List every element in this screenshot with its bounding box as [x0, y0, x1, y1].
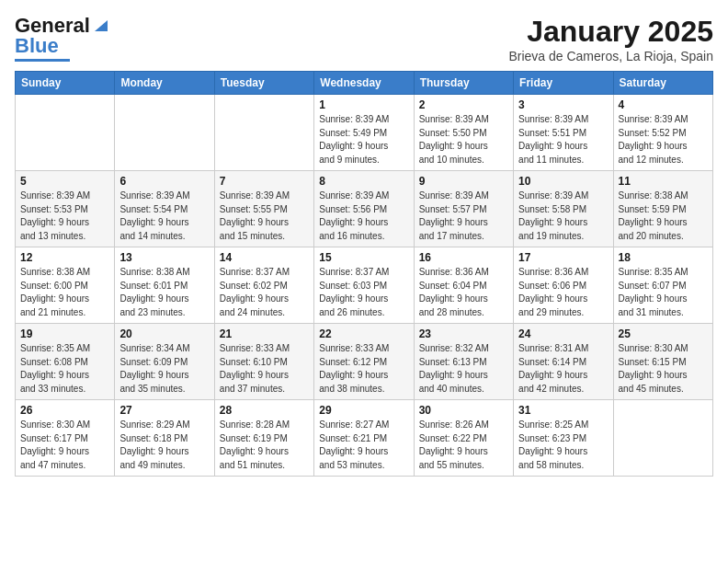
day-content: Sunrise: 8:28 AMSunset: 6:19 PMDaylight:… — [220, 419, 309, 472]
calendar-cell: 29Sunrise: 8:27 AMSunset: 6:21 PMDayligh… — [314, 400, 414, 477]
day-number: 22 — [319, 327, 408, 340]
calendar-header: SundayMondayTuesdayWednesdayThursdayFrid… — [16, 72, 713, 95]
day-number: 11 — [619, 175, 708, 188]
weekday-header-row: SundayMondayTuesdayWednesdayThursdayFrid… — [16, 72, 713, 95]
day-content: Sunrise: 8:38 AMSunset: 6:00 PMDaylight:… — [20, 266, 109, 319]
day-number: 31 — [518, 404, 608, 417]
day-number: 20 — [119, 327, 209, 340]
day-content: Sunrise: 8:39 AMSunset: 5:54 PMDaylight:… — [119, 190, 209, 243]
day-number: 7 — [220, 175, 309, 188]
calendar-cell: 31Sunrise: 8:25 AMSunset: 6:23 PMDayligh… — [514, 400, 613, 477]
weekday-header-friday: Friday — [514, 72, 613, 95]
day-content: Sunrise: 8:39 AMSunset: 5:52 PMDaylight:… — [619, 113, 708, 167]
day-number: 5 — [20, 175, 109, 188]
day-number: 12 — [20, 251, 109, 264]
day-number: 28 — [220, 404, 309, 417]
weekday-header-sunday: Sunday — [16, 72, 115, 95]
calendar-cell: 11Sunrise: 8:38 AMSunset: 5:59 PMDayligh… — [613, 171, 712, 247]
weekday-header-saturday: Saturday — [613, 72, 712, 95]
weekday-header-wednesday: Wednesday — [314, 72, 414, 95]
day-content: Sunrise: 8:27 AMSunset: 6:21 PMDaylight:… — [319, 419, 408, 472]
day-content: Sunrise: 8:38 AMSunset: 5:59 PMDaylight:… — [619, 190, 708, 243]
calendar-cell — [214, 95, 313, 171]
day-number: 1 — [319, 98, 408, 111]
day-content: Sunrise: 8:30 AMSunset: 6:17 PMDaylight:… — [20, 419, 109, 472]
day-number: 18 — [619, 251, 708, 264]
weekday-header-tuesday: Tuesday — [214, 72, 313, 95]
weekday-header-thursday: Thursday — [414, 72, 513, 95]
day-content: Sunrise: 8:39 AMSunset: 5:57 PMDaylight:… — [419, 190, 508, 243]
day-number: 27 — [119, 404, 209, 417]
calendar-cell: 10Sunrise: 8:39 AMSunset: 5:58 PMDayligh… — [514, 171, 613, 247]
calendar-cell: 28Sunrise: 8:28 AMSunset: 6:19 PMDayligh… — [214, 400, 313, 477]
calendar-week-2: 5Sunrise: 8:39 AMSunset: 5:53 PMDaylight… — [16, 171, 713, 247]
calendar-cell: 8Sunrise: 8:39 AMSunset: 5:56 PMDaylight… — [314, 171, 414, 247]
calendar-cell: 23Sunrise: 8:32 AMSunset: 6:13 PMDayligh… — [414, 324, 513, 400]
day-number: 4 — [619, 98, 708, 111]
calendar-cell: 9Sunrise: 8:39 AMSunset: 5:57 PMDaylight… — [414, 171, 513, 247]
calendar-week-5: 26Sunrise: 8:30 AMSunset: 6:17 PMDayligh… — [16, 400, 713, 477]
calendar-cell: 17Sunrise: 8:36 AMSunset: 6:06 PMDayligh… — [514, 247, 613, 324]
day-number: 17 — [518, 251, 608, 264]
day-content: Sunrise: 8:38 AMSunset: 6:01 PMDaylight:… — [119, 266, 209, 319]
day-number: 3 — [518, 98, 608, 111]
calendar-cell: 3Sunrise: 8:39 AMSunset: 5:51 PMDaylight… — [514, 95, 613, 171]
calendar-cell: 26Sunrise: 8:30 AMSunset: 6:17 PMDayligh… — [16, 400, 115, 477]
calendar-cell: 30Sunrise: 8:26 AMSunset: 6:22 PMDayligh… — [414, 400, 513, 477]
calendar-cell: 24Sunrise: 8:31 AMSunset: 6:14 PMDayligh… — [514, 324, 613, 400]
calendar-cell: 22Sunrise: 8:33 AMSunset: 6:12 PMDayligh… — [314, 324, 414, 400]
calendar-table: SundayMondayTuesdayWednesdayThursdayFrid… — [15, 71, 713, 477]
day-content: Sunrise: 8:39 AMSunset: 5:55 PMDaylight:… — [220, 190, 309, 243]
calendar-week-1: 1Sunrise: 8:39 AMSunset: 5:49 PMDaylight… — [16, 95, 713, 171]
weekday-header-monday: Monday — [115, 72, 214, 95]
day-number: 24 — [518, 327, 608, 340]
day-content: Sunrise: 8:26 AMSunset: 6:22 PMDaylight:… — [419, 419, 508, 472]
day-number: 10 — [518, 175, 608, 188]
day-number: 23 — [419, 327, 508, 340]
month-title: January 2025 — [508, 15, 713, 49]
day-content: Sunrise: 8:33 AMSunset: 6:12 PMDaylight:… — [319, 342, 408, 396]
calendar-cell: 7Sunrise: 8:39 AMSunset: 5:55 PMDaylight… — [214, 171, 313, 247]
day-content: Sunrise: 8:25 AMSunset: 6:23 PMDaylight:… — [518, 419, 608, 472]
calendar-cell: 16Sunrise: 8:36 AMSunset: 6:04 PMDayligh… — [414, 247, 513, 324]
day-number: 15 — [319, 251, 408, 264]
calendar-cell: 20Sunrise: 8:34 AMSunset: 6:09 PMDayligh… — [115, 324, 214, 400]
day-content: Sunrise: 8:39 AMSunset: 5:56 PMDaylight:… — [319, 190, 408, 243]
day-number: 8 — [319, 175, 408, 188]
calendar-cell: 19Sunrise: 8:35 AMSunset: 6:08 PMDayligh… — [16, 324, 115, 400]
day-content: Sunrise: 8:37 AMSunset: 6:03 PMDaylight:… — [319, 266, 408, 319]
calendar-cell: 12Sunrise: 8:38 AMSunset: 6:00 PMDayligh… — [16, 247, 115, 324]
day-content: Sunrise: 8:32 AMSunset: 6:13 PMDaylight:… — [419, 342, 508, 396]
calendar-cell: 13Sunrise: 8:38 AMSunset: 6:01 PMDayligh… — [115, 247, 214, 324]
calendar-week-4: 19Sunrise: 8:35 AMSunset: 6:08 PMDayligh… — [16, 324, 713, 400]
day-number: 6 — [119, 175, 209, 188]
day-number: 14 — [220, 251, 309, 264]
day-content: Sunrise: 8:39 AMSunset: 5:53 PMDaylight:… — [20, 190, 109, 243]
day-content: Sunrise: 8:39 AMSunset: 5:49 PMDaylight:… — [319, 113, 408, 167]
day-number: 25 — [619, 327, 708, 340]
day-content: Sunrise: 8:36 AMSunset: 6:04 PMDaylight:… — [419, 266, 508, 319]
calendar-cell: 4Sunrise: 8:39 AMSunset: 5:52 PMDaylight… — [613, 95, 712, 171]
title-area: January 2025 Brieva de Cameros, La Rioja… — [508, 15, 713, 63]
logo-text-blue: Blue — [15, 35, 59, 57]
day-content: Sunrise: 8:34 AMSunset: 6:09 PMDaylight:… — [119, 342, 209, 396]
svg-marker-0 — [95, 20, 108, 31]
day-number: 29 — [319, 404, 408, 417]
day-number: 13 — [119, 251, 209, 264]
day-content: Sunrise: 8:39 AMSunset: 5:51 PMDaylight:… — [518, 113, 608, 167]
day-content: Sunrise: 8:35 AMSunset: 6:07 PMDaylight:… — [619, 266, 708, 319]
day-content: Sunrise: 8:36 AMSunset: 6:06 PMDaylight:… — [518, 266, 608, 319]
calendar-week-3: 12Sunrise: 8:38 AMSunset: 6:00 PMDayligh… — [16, 247, 713, 324]
calendar-cell: 1Sunrise: 8:39 AMSunset: 5:49 PMDaylight… — [314, 95, 414, 171]
calendar-cell: 25Sunrise: 8:30 AMSunset: 6:15 PMDayligh… — [613, 324, 712, 400]
day-content: Sunrise: 8:39 AMSunset: 5:50 PMDaylight:… — [419, 113, 508, 167]
calendar-cell: 5Sunrise: 8:39 AMSunset: 5:53 PMDaylight… — [16, 171, 115, 247]
calendar-cell: 27Sunrise: 8:29 AMSunset: 6:18 PMDayligh… — [115, 400, 214, 477]
day-content: Sunrise: 8:30 AMSunset: 6:15 PMDaylight:… — [619, 342, 708, 396]
calendar-cell — [613, 400, 712, 477]
logo-underline — [15, 59, 70, 62]
day-number: 19 — [20, 327, 109, 340]
day-content: Sunrise: 8:31 AMSunset: 6:14 PMDaylight:… — [518, 342, 608, 396]
day-content: Sunrise: 8:35 AMSunset: 6:08 PMDaylight:… — [20, 342, 109, 396]
logo-triangle-icon — [91, 17, 108, 33]
